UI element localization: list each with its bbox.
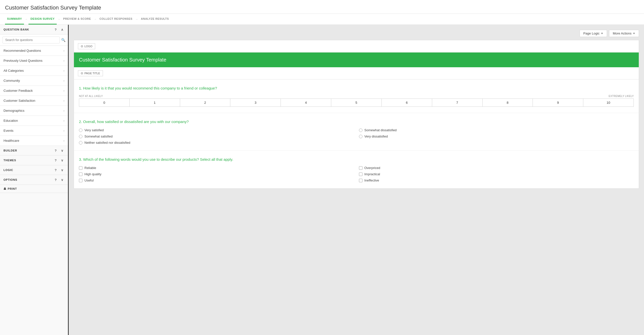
- checkbox-square: [359, 179, 362, 182]
- sidebar-item-demographics[interactable]: Demographics ›: [0, 106, 68, 116]
- collapse-icon[interactable]: ∧: [60, 27, 64, 32]
- logo-bar: ⊙ LOGO: [74, 40, 639, 53]
- checkbox-option-impractical[interactable]: Impractical: [359, 172, 634, 176]
- question-mark-icon[interactable]: ?: [54, 27, 58, 32]
- sidebar-item-education[interactable]: Education ›: [0, 116, 68, 126]
- checkbox-square: [359, 172, 362, 176]
- nav-item-analyze-results[interactable]: ANALYZE RESULTS: [139, 14, 171, 25]
- chevron-right-icon: ›: [64, 79, 64, 83]
- survey-toolbar: Page Logic ▼ More Actions ▼: [74, 30, 639, 37]
- logic-header-icons: ? ∨: [54, 168, 64, 172]
- checkbox-option-overpriced[interactable]: Overpriced: [359, 166, 634, 170]
- radio-option-very-satisfied[interactable]: Very satisfied: [79, 128, 354, 132]
- page-title-tag[interactable]: ⊙ PAGE TITLE: [78, 70, 103, 76]
- radio-option-neither[interactable]: Neither satisfied nor dissatisfied: [79, 141, 354, 145]
- radio-circle: [79, 129, 82, 132]
- nps-max-label: EXTREMELY LIKELY: [609, 95, 634, 98]
- sidebar-item-recommended[interactable]: Recommended Questions ›: [0, 46, 68, 56]
- question-3-block: 3. Which of the following words would yo…: [74, 151, 639, 188]
- nav-item-collect-responses[interactable]: COLLECT RESPONSES: [98, 14, 134, 25]
- question-1-block: 1. How likely is it that you would recom…: [74, 80, 639, 113]
- page-logic-button[interactable]: Page Logic ▼: [580, 30, 607, 37]
- checkbox-grid: Reliable Overpriced High quality Impract…: [79, 166, 634, 182]
- nps-cell-5[interactable]: 5: [331, 99, 382, 107]
- nav-item-preview-score[interactable]: PREVIEW & SCORE: [61, 14, 93, 25]
- question-3-text: 3. Which of the following words would yo…: [79, 157, 634, 162]
- sidebar-item-events[interactable]: Events ›: [0, 126, 68, 136]
- chevron-right-icon: ›: [64, 119, 64, 123]
- builder-collapse-icon[interactable]: ∨: [60, 148, 64, 153]
- radio-circle: [359, 135, 362, 138]
- main-layout: QUESTION BANK ? ∧ 🔍 Recommended Question…: [0, 25, 644, 335]
- sidebar-item-community[interactable]: Community ›: [0, 76, 68, 86]
- chevron-right-icon: ›: [64, 89, 64, 93]
- nps-cell-1[interactable]: 1: [130, 99, 180, 107]
- nps-cell-4[interactable]: 4: [280, 99, 331, 107]
- themes-collapse-icon[interactable]: ∨: [60, 158, 64, 163]
- checkbox-option-high-quality[interactable]: High quality: [79, 172, 354, 176]
- page-title: Customer Satisfaction Survey Template: [5, 5, 639, 11]
- logo-placeholder[interactable]: ⊙ LOGO: [78, 43, 95, 49]
- radio-circle: [79, 141, 82, 145]
- nav-item-design-survey[interactable]: DESIGN SURVEY: [28, 14, 57, 25]
- radio-option-somewhat-dissatisfied[interactable]: Somewhat dissatisfied: [359, 128, 634, 132]
- search-icon[interactable]: 🔍: [61, 38, 66, 42]
- themes-section[interactable]: THEMES ? ∨: [0, 156, 68, 165]
- checkbox-option-reliable[interactable]: Reliable: [79, 166, 354, 170]
- sidebar-item-customer-satisfaction[interactable]: Customer Satisfaction ›: [0, 96, 68, 106]
- themes-question-icon[interactable]: ?: [54, 158, 58, 163]
- builder-question-icon[interactable]: ?: [54, 148, 58, 153]
- question-1-text: 1. How likely is it that you would recom…: [79, 86, 634, 91]
- logic-section[interactable]: LOGIC ? ∨: [0, 165, 68, 175]
- nps-cell-8[interactable]: 8: [482, 99, 533, 107]
- nps-cell-7[interactable]: 7: [432, 99, 482, 107]
- chevron-right-icon: ›: [64, 99, 64, 103]
- page-title-bar: Customer Satisfaction Survey Template: [0, 0, 644, 14]
- question-2-block: 2. Overall, how satisfied or dissatisfie…: [74, 113, 639, 151]
- more-actions-button[interactable]: More Actions ▼: [609, 30, 639, 37]
- themes-header-icons: ? ∨: [54, 158, 64, 163]
- survey-title: Customer Satisfaction Survey Template: [79, 57, 634, 63]
- print-icon: 🖶: [4, 187, 6, 190]
- nps-scale: 0 1 2 3 4 5 6 7 8 9 10: [79, 99, 634, 107]
- logic-question-icon[interactable]: ?: [54, 168, 58, 172]
- options-section[interactable]: OPTIONS ? ∨: [0, 175, 68, 185]
- search-input[interactable]: [2, 37, 60, 44]
- nps-cell-2[interactable]: 2: [180, 99, 230, 107]
- radio-option-very-dissatisfied[interactable]: Very dissatisfied: [359, 135, 634, 138]
- sidebar-item-healthcare[interactable]: Healthcare ›: [0, 136, 68, 146]
- nps-cell-0[interactable]: 0: [79, 99, 130, 107]
- nps-cell-3[interactable]: 3: [230, 99, 280, 107]
- sidebar-item-all-categories[interactable]: All Categories ›: [0, 66, 68, 76]
- question-2-text: 2. Overall, how satisfied or dissatisfie…: [79, 119, 634, 124]
- checkbox-option-useful[interactable]: Useful: [79, 178, 354, 182]
- options-header-icons: ? ∨: [54, 177, 64, 182]
- print-section[interactable]: 🖶 PRINT: [0, 185, 68, 193]
- checkbox-square: [79, 172, 82, 176]
- checkbox-square: [79, 166, 82, 170]
- chevron-right-icon: ›: [64, 129, 64, 133]
- radio-circle: [79, 135, 82, 138]
- page-logic-dropdown-arrow: ▼: [601, 32, 603, 35]
- options-question-icon[interactable]: ?: [54, 177, 58, 182]
- chevron-right-icon: ›: [64, 59, 64, 63]
- chevron-right-icon: ›: [64, 69, 64, 73]
- nps-cell-9[interactable]: 9: [532, 99, 583, 107]
- logo-icon: ⊙: [81, 45, 83, 48]
- sidebar-item-customer-feedback[interactable]: Customer Feedback ›: [0, 86, 68, 96]
- options-collapse-icon[interactable]: ∨: [60, 177, 64, 182]
- builder-section[interactable]: BUILDER ? ∨: [0, 146, 68, 156]
- chevron-right-icon: ›: [64, 49, 64, 53]
- checkbox-option-ineffective[interactable]: Ineffective: [359, 178, 634, 182]
- sidebar-item-previously-used[interactable]: Previously Used Questions ›: [0, 56, 68, 66]
- nav-item-summary[interactable]: SUMMARY: [5, 14, 24, 25]
- survey-header: Customer Satisfaction Survey Template: [74, 53, 639, 67]
- radio-option-somewhat-satisfied[interactable]: Somewhat satisfied: [79, 135, 354, 138]
- nps-cell-6[interactable]: 6: [382, 99, 432, 107]
- checkbox-square: [359, 166, 362, 170]
- logic-collapse-icon[interactable]: ∨: [60, 168, 64, 172]
- nav-arrow-2: →: [58, 18, 60, 21]
- page-title-tag-icon: ⊙: [81, 72, 83, 75]
- nps-cell-10[interactable]: 10: [583, 99, 634, 107]
- question-bank-header: QUESTION BANK ? ∧: [0, 25, 68, 35]
